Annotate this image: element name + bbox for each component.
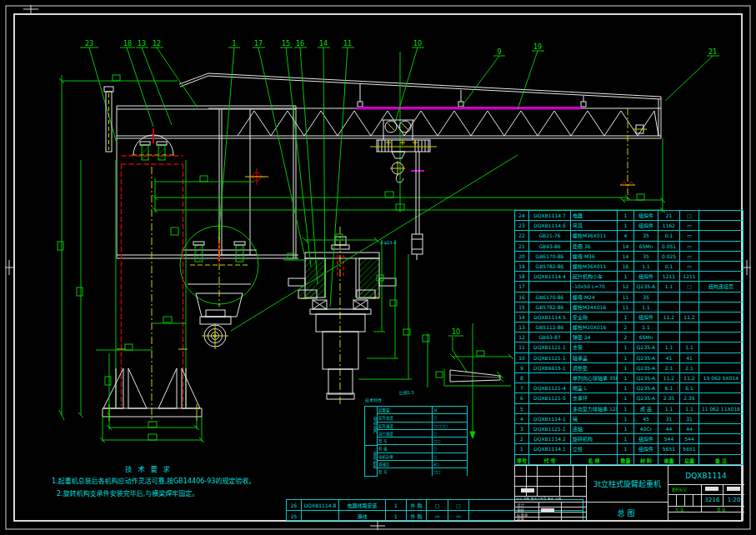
bom-remark bbox=[699, 241, 743, 251]
tech-group-slew: 旋转机构 bbox=[364, 445, 378, 477]
bom-code: DQXB1121-5 bbox=[529, 392, 571, 402]
bom-material: 1.1 bbox=[634, 322, 658, 332]
callout-label: 19 bbox=[533, 43, 542, 51]
bom-material: Q235-A bbox=[634, 382, 658, 392]
drawing-number: DQXB1114 bbox=[668, 472, 744, 480]
tech-param-value: □□ bbox=[433, 437, 468, 444]
position-target-mark bbox=[245, 168, 268, 185]
bom-material: 外 购 bbox=[407, 510, 427, 521]
bom-item-no: 14 bbox=[514, 312, 529, 322]
bom-remark bbox=[699, 413, 743, 423]
arm-end-details bbox=[620, 108, 647, 200]
bom-qty: 16 bbox=[618, 261, 634, 271]
bom-unit-weight: 6.1 bbox=[658, 382, 680, 392]
bom-unit-weight: 1.1 bbox=[658, 342, 680, 352]
parts-list-row: 9 DQXB6615-1 调整垫 1 Q235-A 2.1 2.1 bbox=[514, 362, 743, 372]
parts-list-row: 5 多向复力球轴承 1256 1 成 品 1.1 1.1 11 062 11X0… bbox=[514, 403, 743, 413]
bom-unit-weight: 1162 bbox=[658, 220, 680, 230]
redacted-entry bbox=[521, 488, 534, 492]
bom-code: DQXB1121-1 bbox=[529, 342, 571, 352]
bom-total-weight: 44 bbox=[680, 423, 699, 433]
callout-label: 13 bbox=[138, 40, 146, 48]
bom-total-weight bbox=[680, 302, 699, 312]
bom-name: 滑线 bbox=[339, 510, 386, 521]
stamp-mark-label: 图样标记 bbox=[672, 487, 687, 492]
bom-remark: 11 062 11X016 bbox=[699, 403, 743, 413]
bom-total-weight: 41 bbox=[680, 352, 699, 362]
tech-table-row: 起升速度 □□□□ bbox=[378, 422, 468, 429]
bom-unit-weight: 1.1 bbox=[658, 281, 680, 291]
bom-remark bbox=[699, 312, 743, 322]
bom-name: 螺母 M36 bbox=[571, 251, 618, 261]
bom-header-total-weight: 总重 bbox=[680, 454, 699, 465]
bom-item-no: 9 bbox=[514, 362, 529, 372]
bom-total-weight bbox=[680, 332, 699, 342]
bom-code: DQXB1114.7 bbox=[529, 210, 571, 220]
tech-param-value: □ bbox=[433, 444, 468, 452]
bom-material: 组焊件 bbox=[634, 312, 658, 322]
bom-remark bbox=[699, 292, 743, 302]
bom-name: 电器 bbox=[571, 210, 618, 220]
bom-code: GB6170-86 bbox=[529, 292, 571, 302]
bom-qty: 14 bbox=[618, 251, 634, 261]
bom-total-weight: 2.35 bbox=[680, 392, 699, 402]
tech-param-value: □ bbox=[433, 429, 468, 437]
parts-list-row: 21 GB93-86 垫圈 36 14 65Mn 0.051 ▭ bbox=[514, 241, 743, 251]
bom-unit-weight: 0.1 bbox=[658, 261, 680, 271]
bom-item-no: 4 bbox=[514, 413, 529, 423]
callout-label: 16 bbox=[296, 40, 304, 48]
bom-name: 垫圈 36 bbox=[571, 241, 618, 251]
bom-item-no: 25 bbox=[286, 510, 302, 521]
bom-qty: 1 bbox=[618, 352, 634, 362]
bom-material: 外 购 bbox=[407, 499, 427, 510]
bom-material: 35 bbox=[634, 251, 658, 261]
bom-name: 立柱 bbox=[571, 443, 618, 453]
parts-list-row: 22 GB21-76 螺栓M36X011 4 35 0.1 ▭ bbox=[514, 230, 743, 240]
bom-total-weight: ▭ bbox=[680, 220, 699, 230]
bom-unit-weight bbox=[658, 302, 680, 312]
bom-name: 电器线路安装 bbox=[339, 499, 386, 510]
parts-list-table: 24 DQXB1114.7 电器 1 组焊件 21 □ 23 DQXB1114.… bbox=[514, 210, 743, 454]
parts-list-row: 8 单列向心球轴承 356K 1 Q235-A 11.2 11.2 15 062… bbox=[514, 372, 743, 382]
callout-label: 15 bbox=[282, 40, 290, 48]
tech-param-label: 减速比 bbox=[378, 460, 433, 468]
bom-qty: 1 bbox=[618, 392, 634, 402]
bom-code: DQXB1114.1 bbox=[529, 443, 571, 453]
tech-table-title: 技术特性 bbox=[365, 397, 382, 402]
bom-qty: 11 bbox=[618, 292, 634, 302]
bom-name: 多向复力球轴承 1256 bbox=[571, 403, 618, 413]
callout-label: 21 bbox=[708, 48, 717, 56]
callout-label: 18 bbox=[123, 40, 132, 48]
bom-item-no: 19 bbox=[514, 261, 529, 271]
bom-material: 1.1 bbox=[634, 302, 658, 312]
bom-name: 吊具 bbox=[571, 220, 618, 230]
bom-unit-weight: ▭ bbox=[427, 510, 448, 521]
bom-material: 35 bbox=[634, 292, 658, 302]
bom-remark bbox=[699, 220, 743, 230]
bom-name: 螺栓M36X011 bbox=[571, 230, 618, 240]
bom-name: 连轴 bbox=[571, 423, 618, 433]
bom-item-no: 3 bbox=[514, 423, 529, 433]
hole-dimension-label: 4-φ23.4 bbox=[380, 240, 396, 245]
bom-qty: 1 bbox=[618, 433, 634, 443]
bom-qty: 1 bbox=[618, 362, 634, 372]
parts-list-row: 18 DQXB1114.4 起升机构小车 1 组焊件 1211 1211 bbox=[514, 271, 743, 281]
bom-total-weight: 11.2 bbox=[680, 312, 699, 322]
bom-code: DQXB1121-1 bbox=[529, 423, 571, 433]
bom-header-qty: 数量 bbox=[618, 454, 634, 465]
bom-material: 35 bbox=[634, 230, 658, 240]
callout-label: 12 bbox=[153, 40, 161, 48]
tech-table-rows: 起重量 3t 起升高度 □ 起升速度 □□□□ 运行速度 □ 型 号 □□ bbox=[378, 406, 468, 476]
bom-unit-weight bbox=[658, 322, 680, 332]
bom-remark bbox=[699, 362, 743, 372]
bom-item-no: 15 bbox=[514, 302, 529, 312]
bom-remark bbox=[699, 433, 743, 443]
bom-unit-weight: 11.2 bbox=[658, 372, 680, 382]
bom-remark bbox=[699, 261, 743, 271]
parts-list-row: 14 DQXB1114.5 安全钩 1 组焊件 11.2 11.2 bbox=[514, 312, 743, 322]
bom-unit-weight: 2.35 bbox=[658, 392, 680, 402]
bom-qty: 4 bbox=[618, 230, 634, 240]
redacted-entry bbox=[705, 487, 718, 491]
bom-material: 组焊件 bbox=[634, 443, 658, 453]
bom-qty: 1 bbox=[618, 220, 634, 230]
